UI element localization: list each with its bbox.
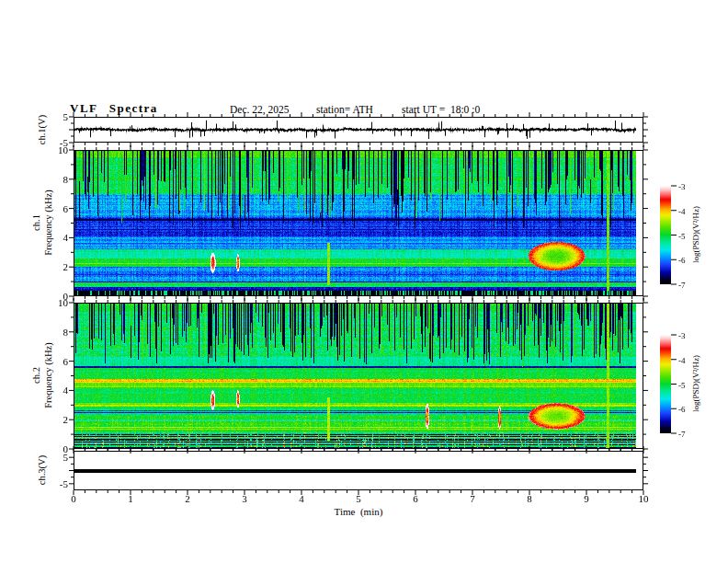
colorbar-tick-label: -3	[678, 331, 697, 340]
x-tick-label: 1	[119, 493, 142, 504]
colorbar-gradient	[660, 186, 671, 284]
colorbar-tick-label: -7	[678, 281, 697, 290]
colorbar-tick-label: -6	[678, 405, 697, 414]
y-tick-label: -5	[51, 478, 68, 489]
ch1-spectrogram-panel	[74, 150, 643, 296]
y-tick-label: 8	[51, 174, 68, 185]
x-tick-label: 9	[575, 493, 597, 504]
x-tick-label: 10	[632, 493, 654, 504]
ch2-channel-label: ch.2	[31, 367, 41, 384]
ch1-waveform-panel	[74, 117, 643, 143]
colorbar-tick-label: -4	[678, 207, 697, 216]
colorbar-ch2	[660, 335, 671, 433]
colorbar-gradient	[660, 335, 671, 433]
colorbar-tick-label: -5	[678, 232, 697, 241]
x-tick-label: 0	[63, 493, 85, 504]
colorbar-tick-label: -3	[678, 182, 697, 191]
ch1-frequency-axis-label: Frequency (kHz)	[43, 190, 53, 255]
y-tick-label: 10	[51, 144, 68, 155]
x-tick-label: 3	[233, 493, 256, 504]
y-tick-label: 8	[51, 327, 68, 338]
y-tick-label: 2	[51, 261, 68, 272]
colorbar-tick-label: -7	[678, 430, 697, 439]
colorbar-tick-label: -6	[678, 256, 697, 265]
vlf-spectra-figure: VLF Spectra Dec. 22, 2025 station= ATH s…	[0, 0, 728, 563]
ch1-waveform-canvas	[74, 118, 636, 142]
y-tick-label: 10	[51, 297, 68, 308]
start-ut-label: start UT = 18:0 :0	[402, 104, 480, 115]
ch3-waveform-canvas	[74, 452, 636, 489]
ch3-voltage-axis-label: ch.3(V)	[37, 455, 47, 485]
y-tick-label: 6	[51, 356, 68, 367]
y-tick-label: 5	[51, 452, 68, 463]
x-tick-label: 8	[518, 493, 540, 504]
colorbar-ch1	[660, 186, 671, 284]
colorbar-tick-label: -5	[678, 381, 697, 390]
y-tick-label: 2	[51, 414, 68, 425]
ch1-voltage-axis-label: ch.1(V)	[37, 115, 47, 144]
date-label: Dec. 22, 2025	[230, 104, 290, 115]
x-tick-label: 4	[290, 493, 313, 504]
station-label: station= ATH	[316, 104, 373, 115]
ch2-spectrogram-canvas	[74, 304, 636, 448]
ch2-spectrogram-panel	[74, 303, 643, 449]
x-tick-label: 7	[461, 493, 483, 504]
ch1-channel-label: ch.1	[31, 214, 41, 231]
x-tick-label: 2	[176, 493, 199, 504]
y-tick-label: 5	[51, 111, 68, 122]
ch3-waveform-panel	[74, 451, 643, 490]
y-tick-label: 4	[51, 385, 68, 396]
x-tick-label: 6	[404, 493, 427, 504]
figure-title: VLF Spectra	[70, 101, 158, 116]
x-axis-title: Time (min)	[322, 506, 395, 517]
y-tick-label: 4	[51, 232, 68, 243]
y-tick-label: 6	[51, 203, 68, 214]
x-tick-label: 5	[347, 493, 370, 504]
ch2-frequency-axis-label: Frequency (kHz)	[43, 342, 53, 408]
colorbar-tick-label: -4	[678, 356, 697, 365]
ch1-spectrogram-canvas	[74, 151, 636, 295]
